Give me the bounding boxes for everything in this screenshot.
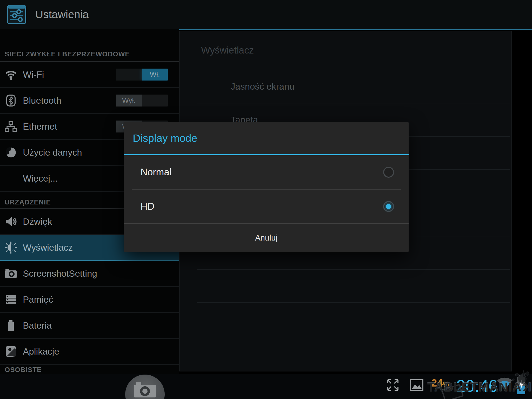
radio-hd[interactable] — [383, 201, 394, 212]
sidebar-item-label: Wi-Fi — [23, 69, 44, 80]
sidebar-item-label: Użycie danych — [23, 147, 82, 158]
settings-app-icon[interactable] — [7, 5, 26, 24]
bluetooth-toggle[interactable]: Wył. — [116, 95, 168, 107]
sidebar-item-label: Wyświetlacz — [23, 242, 73, 253]
wifi-icon — [5, 68, 17, 81]
brightness-icon — [5, 241, 17, 254]
fullscreen-icon[interactable] — [385, 378, 400, 392]
apps-android-icon — [5, 345, 17, 358]
bluetooth-toggle-label: Wył. — [116, 95, 142, 107]
sidebar-item-label: Bateria — [23, 320, 52, 331]
panel-row-brightness[interactable]: Jasność ekranu — [197, 70, 510, 103]
sidebar-item-label: Pamięć — [23, 294, 53, 305]
sidebar-item-screenshotsetting[interactable]: ScreenshotSetting — [0, 261, 179, 287]
sidebar-item-label: Dźwięk — [23, 216, 52, 227]
sidebar-item-wifi[interactable]: Wi-Fi Wł. — [0, 62, 179, 88]
dialog-option-hd[interactable]: HD — [124, 190, 409, 223]
data-usage-icon — [5, 146, 17, 159]
action-bar: Ustawienia — [0, 0, 532, 30]
sidebar-item-label: Ethernet — [23, 121, 57, 132]
settings-screen: Ustawienia SIECI ZWYKŁE I BEZPRZEWODOWE … — [0, 0, 532, 399]
dialog-title: Display mode — [124, 122, 409, 154]
sidebar-item-label: Aplikacje — [23, 346, 59, 357]
sidebar-item-label: Więcej... — [23, 173, 58, 184]
wifi-toggle-label: Wł. — [142, 69, 168, 81]
sidebar-item-apps[interactable]: Aplikacje — [0, 339, 179, 365]
storage-icon — [5, 293, 17, 306]
sidebar-item-battery[interactable]: Bateria — [0, 313, 179, 339]
display-mode-dialog: Display mode Normal HD Anuluj — [124, 122, 409, 252]
app-title: Ustawienia — [35, 8, 89, 21]
screenshot-preview-icon[interactable] — [409, 378, 424, 392]
sidebar-item-label: ScreenshotSetting — [23, 268, 97, 279]
bluetooth-icon — [5, 94, 17, 107]
section-header-personal: OSOBISTE — [0, 365, 179, 374]
section-header-networks: SIECI ZWYKŁE I BEZPRZEWODOWE — [0, 29, 179, 62]
sidebar-item-label: Bluetooth — [23, 95, 61, 106]
sidebar-item-storage[interactable]: Pamięć — [0, 287, 179, 313]
camera-icon — [5, 267, 17, 280]
speaker-icon — [5, 215, 17, 228]
wifi-toggle[interactable]: Wł. — [116, 69, 168, 81]
radio-normal[interactable] — [383, 167, 394, 178]
dialog-option-normal[interactable]: Normal — [124, 155, 409, 189]
ethernet-icon — [5, 120, 17, 133]
camera-shutter-icon — [133, 382, 157, 398]
panel-title: Wyświetlacz — [180, 31, 511, 70]
cancel-button[interactable]: Anuluj — [124, 224, 409, 252]
sidebar-item-bluetooth[interactable]: Bluetooth Wył. — [0, 88, 179, 114]
battery-icon — [5, 319, 17, 332]
watermark-splat — [507, 370, 530, 385]
panel-row-hidden — [197, 270, 510, 303]
